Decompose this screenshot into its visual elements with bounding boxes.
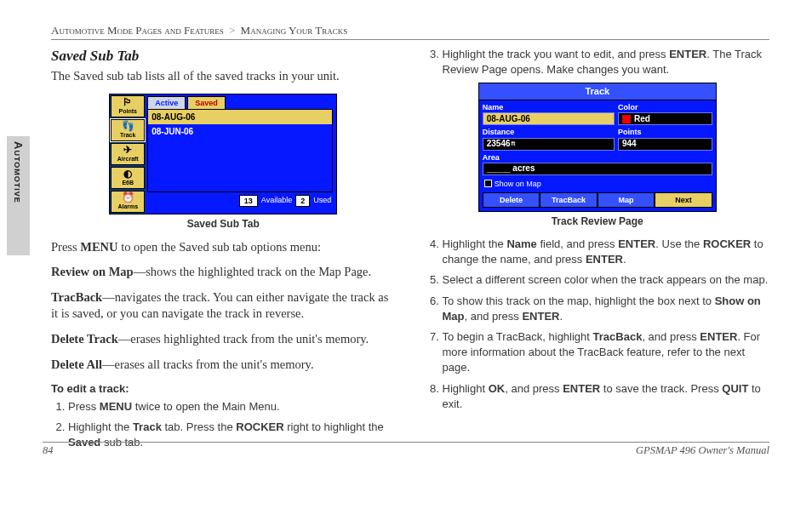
screenshot-track-review: Track Name 08-AUG-06 Color Red xyxy=(478,83,717,212)
left-column: Saved Sub Tab The Saved sub tab lists al… xyxy=(51,47,396,455)
tab-saved: Saved xyxy=(187,96,226,109)
distance-field: 23546ft xyxy=(483,138,615,151)
name-label: Name xyxy=(483,102,615,112)
breadcrumb-section: Automotive Mode Pages and Features xyxy=(51,24,224,37)
screenshot1-sidebar: 🏳Points 👣Track ✈Aircraft ◐E6B ⏰Alarms xyxy=(110,94,146,214)
available-label: Available xyxy=(261,195,292,207)
step-7: To begin a TracBack, highlight TracBack,… xyxy=(443,329,770,376)
right-column: Highlight the track you want to edit, an… xyxy=(426,47,770,455)
step-8: Highlight OK, and press ENTER to save th… xyxy=(443,381,770,412)
name-field: 08-AUG-06 xyxy=(483,112,615,125)
next-button: Next xyxy=(655,192,712,208)
delete-button: Delete xyxy=(483,192,540,208)
step-4: Highlight the Name field, and press ENTE… xyxy=(443,237,770,267)
sidebar-item-alarms: ⏰Alarms xyxy=(111,191,145,213)
figure-track-review: Track Name 08-AUG-06 Color Red xyxy=(426,83,770,228)
tracback-button: TracBack xyxy=(540,192,598,208)
show-on-map-row: Show on Map xyxy=(483,177,712,192)
tab-active: Active xyxy=(147,96,186,109)
procedure-steps-right-rest: Highlight the Name field, and press ENTE… xyxy=(426,237,770,412)
option-delete-track: Delete Track—erases highlighted track fr… xyxy=(51,331,396,348)
area-field: _____ acres xyxy=(483,163,712,175)
sidebar-item-aircraft: ✈Aircraft xyxy=(111,143,145,165)
button-row: Delete TracBack Map Next xyxy=(483,192,712,208)
breadcrumb: Automotive Mode Pages and Features > Man… xyxy=(51,24,769,40)
points-field: 944 xyxy=(618,138,712,151)
figure-saved-subtab: 🏳Points 👣Track ✈Aircraft ◐E6B ⏰Alarms Ac… xyxy=(51,94,396,231)
color-swatch-icon xyxy=(622,115,631,123)
points-label: Points xyxy=(618,127,712,137)
status-bar: 13 Available 2 Used xyxy=(146,192,336,209)
used-label: Used xyxy=(313,195,331,207)
color-label: Color xyxy=(618,102,712,112)
map-button: Map xyxy=(598,192,655,208)
distance-label: Distance xyxy=(483,127,615,137)
saved-subtab-heading: Saved Sub Tab xyxy=(51,47,396,66)
color-field: Red xyxy=(618,112,712,125)
area-label: Area xyxy=(483,152,712,163)
sidebar-item-track: 👣Track xyxy=(111,119,145,141)
option-review-on-map: Review on Map—shows the highlighted trac… xyxy=(51,264,396,281)
list-item: 08-JUN-06 xyxy=(148,124,332,140)
breadcrumb-separator: > xyxy=(226,24,237,37)
option-delete-all: Delete All—erases all tracks from the un… xyxy=(51,357,396,374)
list-item: 08-AUG-06 xyxy=(148,110,332,125)
page-number: 84 xyxy=(43,444,54,457)
procedure-heading: To edit a track: xyxy=(51,381,396,397)
step-6: To show this track on the map, highlight… xyxy=(443,294,770,324)
figure1-caption: Saved Sub Tab xyxy=(51,217,396,231)
manual-title: GPSMAP 496 Owner's Manual xyxy=(636,444,769,457)
after-figure-text: Press MENU to open the Saved sub tab opt… xyxy=(51,239,396,256)
breadcrumb-sub: Managing Your Tracks xyxy=(241,24,348,37)
option-tracback: TracBack—navigates the track. You can ei… xyxy=(51,289,396,323)
used-count: 2 xyxy=(295,195,310,207)
show-on-map-label: Show on Map xyxy=(495,179,541,189)
track-review-title: Track xyxy=(479,83,716,100)
saved-subtab-intro: The Saved sub tab lists all of the saved… xyxy=(51,68,396,85)
sidebar-item-points: 🏳Points xyxy=(111,95,145,117)
sidebar-item-e6b: ◐E6B xyxy=(111,167,145,189)
saved-track-list: 08-AUG-06 08-JUN-06 xyxy=(147,109,333,192)
procedure-steps-right-top: Highlight the track you want to edit, an… xyxy=(426,47,770,77)
figure2-caption: Track Review Page xyxy=(426,214,770,228)
step-5: Select a different screen color when the… xyxy=(443,272,770,288)
step-3: Highlight the track you want to edit, an… xyxy=(443,47,770,77)
checkbox-icon xyxy=(484,180,492,187)
step-1: Press MENU twice to open the Main Menu. xyxy=(68,399,396,415)
available-count: 13 xyxy=(239,195,258,207)
screenshot-saved-subtab: 🏳Points 👣Track ✈Aircraft ◐E6B ⏰Alarms Ac… xyxy=(109,94,337,214)
page-footer: 84 GPSMAP 496 Owner's Manual xyxy=(43,442,769,457)
